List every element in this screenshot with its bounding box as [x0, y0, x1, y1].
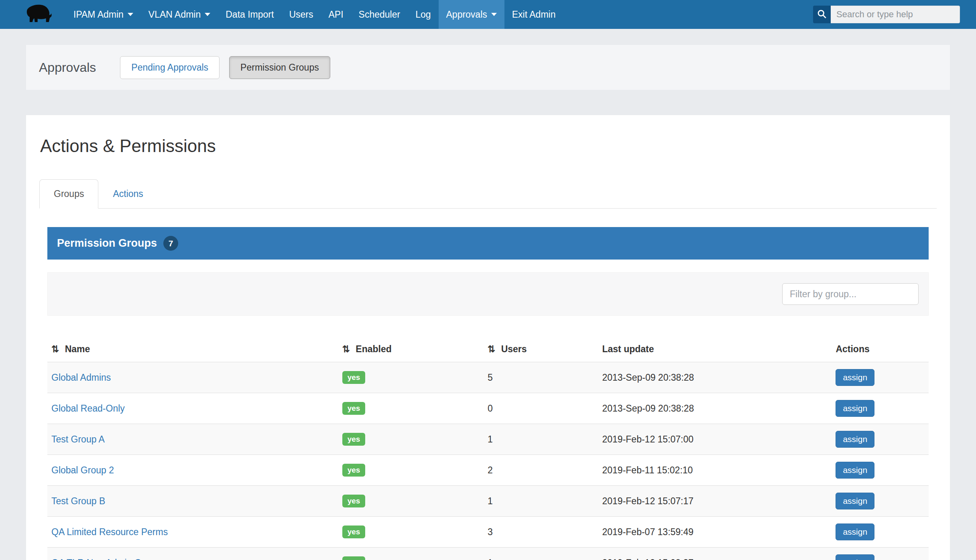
- page-title: Approvals: [39, 60, 96, 75]
- nav-item-approvals[interactable]: Approvals: [439, 0, 504, 29]
- users-count: 1: [488, 434, 493, 444]
- nav-item-label: Approvals: [446, 9, 487, 20]
- last-update-value: 2019-Feb-12 15:07:17: [602, 496, 693, 506]
- nav-item-label: Exit Admin: [512, 9, 556, 20]
- table-row: QA Limited Resource Perms yes 3 2019-Feb…: [47, 517, 929, 548]
- group-name-link[interactable]: QA Limited Resource Perms: [51, 527, 168, 537]
- last-update-value: 2019-Feb-12 15:07:00: [602, 434, 693, 444]
- last-update-value: 2019-Feb-12 15:08:37: [602, 558, 693, 560]
- pending-approvals-button[interactable]: Pending Approvals: [120, 56, 220, 79]
- users-count: 5: [488, 372, 493, 383]
- users-count: 3: [488, 527, 493, 537]
- last-update-value: 2013-Sep-09 20:38:28: [602, 403, 694, 414]
- enabled-badge: yes: [342, 556, 366, 560]
- sort-icon: ⇅: [342, 344, 349, 354]
- table-row: Global Group 2 yes 2 2019-Feb-11 15:02:1…: [47, 455, 929, 486]
- chevron-down-icon: [128, 13, 133, 16]
- assign-button[interactable]: assign: [836, 493, 874, 509]
- users-count: 0: [488, 403, 493, 414]
- last-update-value: 2019-Feb-11 15:02:10: [602, 465, 693, 475]
- top-navbar: IPAM Admin VLAN Admin Data Import Users …: [0, 0, 976, 29]
- panel-toolbar: [47, 272, 929, 316]
- nav-item-label: Data Import: [226, 9, 274, 20]
- table-row: QA TLR Non Admin Group yes 1 2019-Feb-12…: [47, 548, 929, 560]
- nav-item-exit-admin[interactable]: Exit Admin: [504, 0, 563, 29]
- enabled-badge: yes: [342, 464, 366, 477]
- permission-groups-button[interactable]: Permission Groups: [229, 56, 330, 79]
- search-button[interactable]: [813, 6, 831, 23]
- navbar-search: [813, 0, 960, 29]
- enabled-badge: yes: [342, 495, 366, 507]
- nav-item-label: Users: [289, 9, 313, 20]
- nav-menu: IPAM Admin VLAN Admin Data Import Users …: [66, 0, 563, 29]
- assign-button[interactable]: assign: [836, 431, 874, 448]
- panel-heading: Permission Groups 7: [47, 227, 929, 260]
- table-row: Global Read-Only yes 0 2013-Sep-09 20:38…: [47, 393, 929, 424]
- enabled-badge: yes: [342, 433, 366, 446]
- last-update-value: 2019-Feb-07 13:59:49: [602, 527, 693, 537]
- last-update-value: 2013-Sep-09 20:38:28: [602, 372, 694, 383]
- users-count: 2: [488, 465, 493, 475]
- assign-button[interactable]: assign: [836, 400, 874, 417]
- group-name-link[interactable]: Test Group A: [51, 434, 105, 444]
- assign-button[interactable]: assign: [836, 462, 874, 479]
- column-header-last-update: Last update: [598, 337, 832, 362]
- nav-item-vlan-admin[interactable]: VLAN Admin: [141, 0, 218, 29]
- assign-button[interactable]: assign: [836, 523, 874, 540]
- chevron-down-icon: [491, 13, 497, 16]
- nav-item-label: Log: [415, 9, 431, 20]
- tab-groups[interactable]: Groups: [39, 179, 98, 209]
- approvals-header-strip: Approvals Pending Approvals Permission G…: [26, 45, 950, 90]
- assign-button[interactable]: assign: [836, 554, 874, 560]
- phpipam-logo[interactable]: [23, 0, 54, 29]
- nav-item-label: API: [328, 9, 343, 20]
- nav-item-users[interactable]: Users: [281, 0, 321, 29]
- group-name-link[interactable]: Test Group B: [51, 496, 105, 506]
- nav-item-data-import[interactable]: Data Import: [218, 0, 281, 29]
- search-icon: [817, 9, 827, 20]
- users-count: 1: [488, 558, 493, 560]
- permission-groups-panel: Permission Groups 7 ⇅ Name: [47, 227, 929, 560]
- group-count-badge: 7: [163, 236, 178, 251]
- group-name-link[interactable]: QA TLR Non Admin Group: [51, 558, 160, 560]
- card-title: Actions & Permissions: [40, 136, 937, 156]
- group-name-link[interactable]: Global Read-Only: [51, 403, 125, 414]
- column-header-name[interactable]: ⇅ Name: [47, 337, 338, 362]
- nav-item-label: IPAM Admin: [73, 9, 124, 20]
- nav-item-label: VLAN Admin: [148, 9, 201, 20]
- table-row: Test Group A yes 1 2019-Feb-12 15:07:00 …: [47, 424, 929, 455]
- table-row: Global Admins yes 5 2013-Sep-09 20:38:28…: [47, 362, 929, 393]
- panel-title: Permission Groups: [57, 237, 157, 250]
- column-header-users[interactable]: ⇅ Users: [484, 337, 598, 362]
- actions-permissions-card: Actions & Permissions Groups Actions Per…: [26, 115, 950, 560]
- assign-button[interactable]: assign: [836, 369, 874, 386]
- chevron-down-icon: [205, 13, 210, 16]
- sort-icon: ⇅: [488, 344, 494, 354]
- table-header-row: ⇅ Name ⇅ Enabled ⇅ Users Last update: [47, 337, 929, 362]
- search-input[interactable]: [831, 6, 960, 23]
- group-name-link[interactable]: Global Group 2: [51, 465, 114, 475]
- nav-item-api[interactable]: API: [321, 0, 351, 29]
- tab-actions[interactable]: Actions: [98, 179, 157, 209]
- nav-item-scheduler[interactable]: Scheduler: [351, 0, 408, 29]
- column-header-enabled[interactable]: ⇅ Enabled: [338, 337, 484, 362]
- table-row: Test Group B yes 1 2019-Feb-12 15:07:17 …: [47, 486, 929, 517]
- mammoth-logo-icon: [23, 2, 54, 26]
- tab-bar: Groups Actions: [39, 179, 937, 209]
- sort-icon: ⇅: [51, 344, 58, 354]
- enabled-badge: yes: [342, 402, 366, 415]
- users-count: 1: [488, 496, 493, 506]
- enabled-badge: yes: [342, 526, 366, 538]
- column-header-actions: Actions: [832, 337, 929, 362]
- enabled-badge: yes: [342, 371, 366, 384]
- nav-item-log[interactable]: Log: [408, 0, 438, 29]
- nav-item-ipam-admin[interactable]: IPAM Admin: [66, 0, 141, 29]
- group-name-link[interactable]: Global Admins: [51, 372, 111, 383]
- nav-item-label: Scheduler: [359, 9, 401, 20]
- filter-by-group-input[interactable]: [782, 283, 919, 305]
- permission-groups-table: ⇅ Name ⇅ Enabled ⇅ Users Last update: [47, 337, 929, 560]
